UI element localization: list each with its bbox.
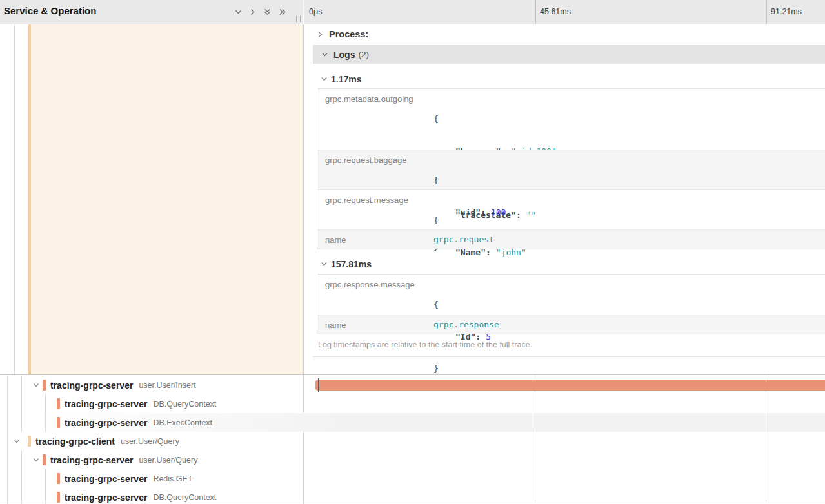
service-operation-title: Service & Operation	[4, 5, 96, 16]
collapse-controls	[234, 8, 288, 16]
operation-name: DB.QueryContext	[153, 400, 216, 409]
field-value-code: grpc.response	[433, 320, 499, 329]
logs-section-label: Logs	[333, 50, 355, 60]
operation-name: DB.ExecContext	[153, 418, 212, 427]
collapse-all-icon[interactable]	[263, 8, 272, 16]
service-name: tracing-grpc-server	[65, 474, 147, 484]
ruler-label-0: 0μs	[309, 7, 322, 16]
service-name: tracing-grpc-server	[65, 399, 147, 409]
service-color-bar	[43, 380, 46, 391]
span-duration-bar[interactable]	[315, 380, 825, 391]
table-row: grpc.request.baggage { "uid":100 }	[317, 150, 825, 189]
expand-all-icon[interactable]	[278, 8, 288, 16]
service-color-bar	[28, 436, 31, 447]
tree-indent-guide	[14, 24, 15, 374]
ruler-tick-line	[766, 0, 767, 24]
span-start-tick	[318, 378, 319, 392]
trace-view: Service & Operation 0μs 45.61ms 91.21ms …	[0, 0, 825, 504]
service-color-bar	[57, 417, 60, 428]
span-detail-panel: Process: Logs (2) 1.17ms grpc.metadata.o…	[304, 24, 825, 374]
field-key: grpc.request.message	[325, 195, 408, 205]
chevron-down-icon[interactable]	[13, 438, 21, 445]
service-name: tracing-grpc-server	[50, 380, 133, 391]
chevron-right-icon	[317, 31, 324, 38]
operation-name: Redis.GET	[153, 474, 192, 483]
chevron-down-icon	[321, 260, 328, 267]
chevron-down-icon[interactable]	[32, 456, 40, 463]
logs-note: Log timestamps are relative to the start…	[318, 340, 532, 349]
log-timestamp: 157.81ms	[331, 259, 372, 269]
field-key: grpc.request.baggage	[325, 155, 406, 165]
field-key: grpc.metadata.outgoing	[325, 94, 413, 104]
field-value-code: grpc.request	[433, 235, 494, 244]
log-fields-table: grpc.response.message { "Id":5 } name gr…	[317, 274, 825, 334]
service-name: tracing-grpc-server	[50, 455, 133, 465]
operation-name: user.User/Query	[139, 456, 197, 465]
chevron-down-icon	[321, 51, 328, 58]
chevron-down-icon[interactable]	[32, 382, 40, 389]
logs-section-toggle[interactable]: Logs (2)	[313, 45, 825, 64]
process-section-label: Process:	[329, 29, 368, 39]
service-name: tracing-grpc-server	[65, 492, 147, 503]
service-color-bar	[57, 473, 60, 484]
span-timeline	[304, 374, 825, 503]
service-color-bar	[57, 492, 60, 503]
timeline-grid-line	[535, 374, 535, 502]
process-section-toggle[interactable]: Process:	[317, 28, 368, 41]
log-fields-table: grpc.metadata.outgoing { "baggage":"uid=…	[317, 88, 825, 249]
operation-name: user.User/Query	[121, 437, 179, 446]
ruler-label-2: 91.21ms	[771, 7, 802, 16]
log-entry-toggle[interactable]: 1.17ms	[313, 70, 361, 88]
operation-name: DB.QueryContext	[153, 493, 216, 502]
table-row: grpc.response.message { "Id":5 }	[317, 275, 825, 315]
operation-name: user.User/Insert	[139, 381, 195, 390]
log-entry-toggle[interactable]: 157.81ms	[313, 255, 372, 273]
span-row-db-execcontext[interactable]: tracing-grpc-serverDB.ExecContext	[0, 413, 303, 432]
selected-span-left-strip	[0, 24, 303, 374]
logs-section-border	[313, 356, 825, 357]
span-row-db-querycontext-2[interactable]: tracing-grpc-serverDB.QueryContext	[0, 488, 303, 504]
span-row-redis-get[interactable]: tracing-grpc-serverRedis.GET	[0, 469, 303, 488]
table-row: name grpc.request	[317, 229, 825, 249]
field-key: name	[325, 320, 346, 330]
timeline-grid-line	[766, 374, 766, 502]
table-row: grpc.request.message { "Name":"john" }	[317, 189, 825, 229]
ruler-label-1: 45.61ms	[540, 7, 571, 16]
service-color-bar	[43, 454, 46, 465]
span-row-client-query[interactable]: tracing-grpc-clientuser.User/Query	[0, 432, 303, 451]
expand-one-icon[interactable]	[248, 8, 257, 16]
ruler-tick-line	[535, 0, 536, 24]
log-timestamp: 1.17ms	[331, 74, 361, 84]
span-row-db-querycontext[interactable]: tracing-grpc-serverDB.QueryContext	[0, 394, 303, 413]
service-name: tracing-grpc-server	[65, 418, 147, 428]
field-key: grpc.response.message	[325, 280, 415, 289]
column-resizer-grip[interactable]	[296, 16, 301, 22]
span-row-user-insert[interactable]: tracing-grpc-serveruser.User/Insert	[0, 376, 303, 394]
logs-count: (2)	[358, 50, 369, 59]
collapse-one-icon[interactable]	[234, 8, 243, 16]
span-row-server-query[interactable]: tracing-grpc-serveruser.User/Query	[0, 451, 303, 469]
chevron-down-icon	[321, 75, 328, 82]
span-tree: tracing-grpc-serveruser.User/Insert trac…	[0, 375, 303, 504]
service-operation-header: Service & Operation	[0, 0, 303, 24]
service-color-bar	[57, 398, 60, 409]
timeline-ruler: 0μs 45.61ms 91.21ms	[303, 0, 825, 24]
bottom-border	[0, 503, 825, 503]
field-key: name	[325, 235, 346, 245]
selected-span-highlight	[28, 24, 303, 374]
table-row: name grpc.response	[317, 315, 825, 334]
service-name: tracing-grpc-client	[35, 436, 115, 447]
table-row: grpc.metadata.outgoing { "baggage":"uid=…	[317, 89, 825, 150]
